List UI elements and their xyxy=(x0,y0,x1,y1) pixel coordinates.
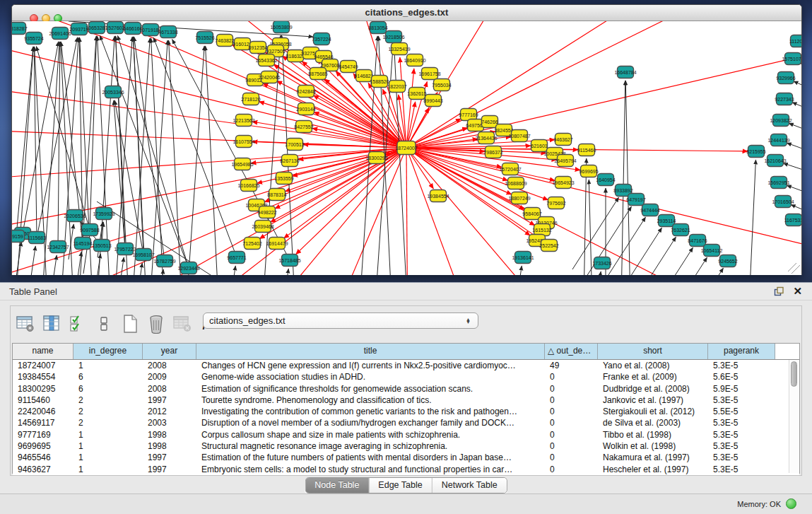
graph-node[interactable]: 4671338 xyxy=(158,26,177,38)
graph-node[interactable]: 10688609 xyxy=(505,177,526,189)
table-row[interactable]: 911546021997Tourette syndrome. Phenomeno… xyxy=(13,395,799,406)
graph-node[interactable]: 20206536 xyxy=(64,210,86,222)
graph-node[interactable]: 39159 xyxy=(12,230,25,243)
column-header-pagerank[interactable]: pagerank xyxy=(708,344,775,359)
graph-node[interactable]: 7632621 xyxy=(671,224,690,236)
graph-node[interactable]: 9329966 xyxy=(776,72,795,84)
graph-node[interactable]: 1822037 xyxy=(387,81,406,93)
graph-node[interactable]: 1145194 xyxy=(73,238,93,250)
network-graph-canvas[interactable]: 1818287935572420691406209371910653287152… xyxy=(12,21,801,275)
table-row[interactable]: 1938455462009Genome-wide association stu… xyxy=(13,371,799,382)
graph-node[interactable]: 9657771 xyxy=(227,252,246,264)
memory-ok-indicator-icon[interactable] xyxy=(786,498,796,509)
graph-node[interactable]: 15718485 xyxy=(278,255,300,267)
network-view-window[interactable]: citations_edges.txt 18182879355724206914… xyxy=(11,4,802,275)
graph-node[interactable]: 1818287 xyxy=(12,23,28,35)
column-header-title[interactable]: title xyxy=(196,344,545,359)
table-settings-icon[interactable] xyxy=(15,313,36,334)
tab-network-table[interactable]: Network Table xyxy=(433,478,507,493)
graph-node[interactable]: 1733426 xyxy=(592,257,611,269)
graph-node[interactable]: 8427552 xyxy=(294,121,313,133)
graph-node[interactable]: 22420046 xyxy=(258,71,280,83)
graph-node[interactable]: 16210643 xyxy=(764,155,786,167)
graph-node[interactable]: 19218506 xyxy=(382,31,404,43)
graph-node[interactable]: 20053346 xyxy=(102,86,124,98)
graph-node[interactable]: 1350513 xyxy=(92,240,111,252)
graph-node[interactable]: 8875685 xyxy=(308,68,327,80)
graph-node[interactable]: 9463627 xyxy=(553,134,572,146)
graph-node[interactable]: 9227343 xyxy=(775,93,794,105)
graph-node[interactable]: 8267130 xyxy=(280,155,299,167)
table-scrollbar[interactable] xyxy=(789,360,799,473)
graph-node[interactable]: 2718120 xyxy=(241,93,260,105)
graph-node[interactable]: 7463822 xyxy=(215,35,234,47)
table-row[interactable]: 1872400712008Changes of HCN gene express… xyxy=(13,360,799,371)
column-header-in_degree[interactable]: in_degree xyxy=(73,344,143,359)
float-panel-icon[interactable] xyxy=(774,286,784,299)
new-table-icon[interactable] xyxy=(119,313,141,334)
graph-node[interactable]: 10654112 xyxy=(701,245,723,257)
graph-node[interactable]: 7515526 xyxy=(195,32,214,44)
graph-node[interactable]: 1640954 xyxy=(596,174,615,186)
graph-node[interactable]: 1700513 xyxy=(285,139,304,151)
graph-node[interactable]: 18640910 xyxy=(404,54,425,66)
graph-node[interactable]: 15692951 xyxy=(767,177,789,189)
graph-node[interactable]: 6479197 xyxy=(626,194,645,206)
table-row[interactable]: 946554611997Estimation of the future num… xyxy=(13,452,799,463)
graph-node[interactable]: 18807249 xyxy=(508,192,530,204)
graph-node[interactable]: 18300295 xyxy=(365,152,387,164)
close-panel-icon[interactable]: ✕ xyxy=(793,285,802,298)
graph-node[interactable]: 18724007 xyxy=(395,141,417,155)
graph-node[interactable]: 12342757 xyxy=(47,241,69,253)
graph-node[interactable]: 9699695 xyxy=(579,165,598,177)
graph-node[interactable]: 621601 xyxy=(531,140,547,152)
graph-node[interactable]: 8990443 xyxy=(423,95,442,107)
table-row[interactable]: 1456911722003Disruption of a novel membe… xyxy=(13,417,799,428)
graph-node[interactable]: 15720407 xyxy=(499,163,521,175)
graph-node[interactable]: 26039468 xyxy=(252,221,273,233)
graph-node[interactable]: 1353559 xyxy=(274,173,293,185)
graph-node[interactable]: 16648784 xyxy=(614,66,636,78)
graph-node[interactable]: 7975692 xyxy=(546,197,565,209)
tab-edge-table[interactable]: Edge Table xyxy=(369,478,432,493)
graph-node[interactable]: 15751074 xyxy=(782,53,801,65)
table-row[interactable]: 969969511998Structural magnetic resonanc… xyxy=(13,440,799,452)
graph-node[interactable]: 8878314 xyxy=(267,189,286,201)
graph-node[interactable]: 1588520 xyxy=(370,76,389,88)
graph-node[interactable]: 21364436 xyxy=(475,132,497,144)
graph-node[interactable]: 16107554 xyxy=(233,136,254,148)
table-row[interactable]: 946362711997Embryonic stem cells: a mode… xyxy=(13,464,799,475)
column-header-year[interactable]: year xyxy=(143,344,196,359)
graph-node[interactable]: 9355724 xyxy=(24,33,43,45)
graph-node[interactable]: 1115683 xyxy=(28,232,46,244)
graph-node[interactable]: 10807487 xyxy=(508,130,530,142)
graph-node[interactable]: 26495794 xyxy=(554,155,576,167)
graph-node[interactable]: 12213563 xyxy=(233,115,254,127)
graph-node[interactable]: 9245652 xyxy=(718,255,737,267)
graph-node[interactable]: 8454749 xyxy=(339,61,358,73)
rows-icon[interactable] xyxy=(93,313,114,334)
graph-node[interactable]: 17016504 xyxy=(772,196,794,208)
graph-node[interactable]: 9498222 xyxy=(257,206,276,218)
table-row[interactable]: 2242004622012Investigating the contribut… xyxy=(13,406,799,417)
graph-node[interactable]: 1167531 xyxy=(784,214,801,226)
column-header-name[interactable]: name xyxy=(13,344,73,359)
graph-node[interactable]: 10653287 xyxy=(86,22,107,34)
graph-node[interactable]: 7357224 xyxy=(312,33,331,45)
graph-node[interactable]: 16053809 xyxy=(270,21,292,33)
graph-node[interactable]: 7955034 xyxy=(432,79,451,91)
delete-table-icon[interactable] xyxy=(146,313,167,334)
graph-node[interactable]: 16958107 xyxy=(132,249,154,261)
graph-node[interactable]: 19384554 xyxy=(427,190,449,202)
column-header-out_de[interactable]: △ out_de… xyxy=(545,344,598,359)
graph-node[interactable]: 10166825 xyxy=(237,180,259,192)
graph-node[interactable]: 16961758 xyxy=(418,68,440,80)
table-row[interactable]: 1830029562008Estimation of significance … xyxy=(13,383,799,395)
graph-node[interactable]: 9474444 xyxy=(640,204,659,216)
graph-node[interactable]: 9242848 xyxy=(296,86,315,98)
graph-node[interactable]: 8215955 xyxy=(746,146,765,158)
import-table-icon[interactable] xyxy=(172,313,193,334)
graph-node[interactable]: 12923448 xyxy=(177,262,199,274)
graph-node[interactable]: 19654985 xyxy=(231,158,253,170)
graph-node[interactable]: 16782759 xyxy=(153,255,175,267)
